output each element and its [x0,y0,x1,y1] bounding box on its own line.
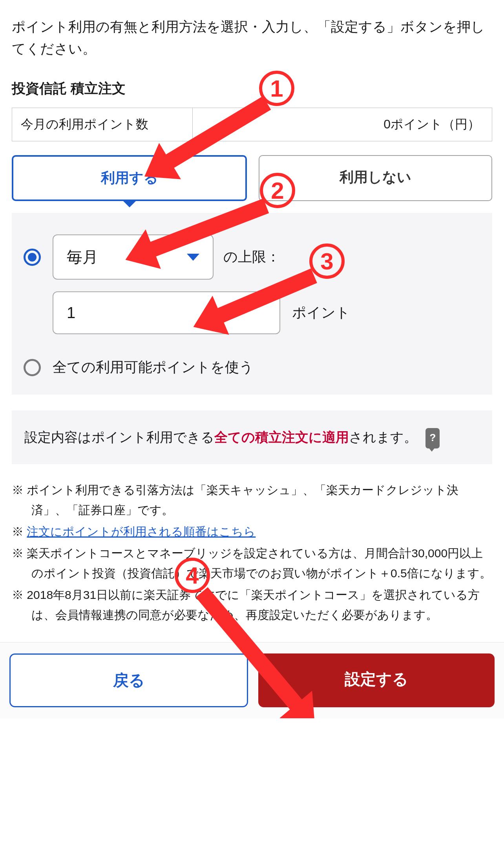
footnote-2: ※ 注文にポイントが利用される順番はこちら [12,522,492,542]
monthly-points-label: 今月の利用ポイント数 [12,108,193,141]
radio-monthly-limit[interactable] [24,249,41,266]
back-button[interactable]: 戻る [9,653,248,707]
limit-suffix-label: の上限： [223,247,280,267]
use-points-button[interactable]: 利用する [12,155,247,201]
annotation-marker-3: 3 [309,243,345,279]
notice-post: されます。 [349,430,417,445]
notice-pre: 設定内容はポイント利用できる [24,430,214,445]
footnote-1: ※ ポイント利用できる引落方法は「楽天キャッシュ」、「楽天カードクレジット決済」… [12,480,492,520]
use-toggle-group: 利用する 利用しない [12,155,492,201]
points-unit-label: ポイント [292,303,350,322]
radio-use-all[interactable] [24,359,41,376]
footnotes: ※ ポイント利用できる引落方法は「楽天キャッシュ」、「楽天カードクレジット決済」… [12,480,492,642]
monthly-limit-option[interactable]: 毎月 の上限： [24,234,480,280]
point-order-link[interactable]: 注文にポイントが利用される順番はこちら [27,525,256,538]
frequency-select-value: 毎月 [67,246,98,268]
notice-highlight: 全ての積立注文に適用 [214,430,349,445]
annotation-marker-2: 2 [260,173,295,208]
intro-text: ポイント利用の有無と利用方法を選択・入力し、「設定する」ボタンを押してください。 [12,16,492,60]
help-icon[interactable]: ? [425,428,440,448]
use-all-points-option[interactable]: 全ての利用可能ポイントを使う [24,358,480,377]
chevron-down-icon [187,254,199,261]
section-title: 投資信託 積立注文 [12,79,492,98]
apply-all-notice: 設定内容はポイント利用できる全ての積立注文に適用されます。 ? [12,410,492,464]
footnote-3: ※ 楽天ポイントコースとマネーブリッジを設定されている方は、月間合計30,000… [12,543,492,583]
annotation-marker-1: 1 [259,71,294,106]
use-all-points-label: 全ての利用可能ポイントを使う [53,358,254,377]
footnote-4: ※ 2018年8月31日以前に楽天証券ですでに「楽天ポイントコース」を選択されて… [12,585,492,625]
annotation-marker-4: 4 [175,558,210,593]
